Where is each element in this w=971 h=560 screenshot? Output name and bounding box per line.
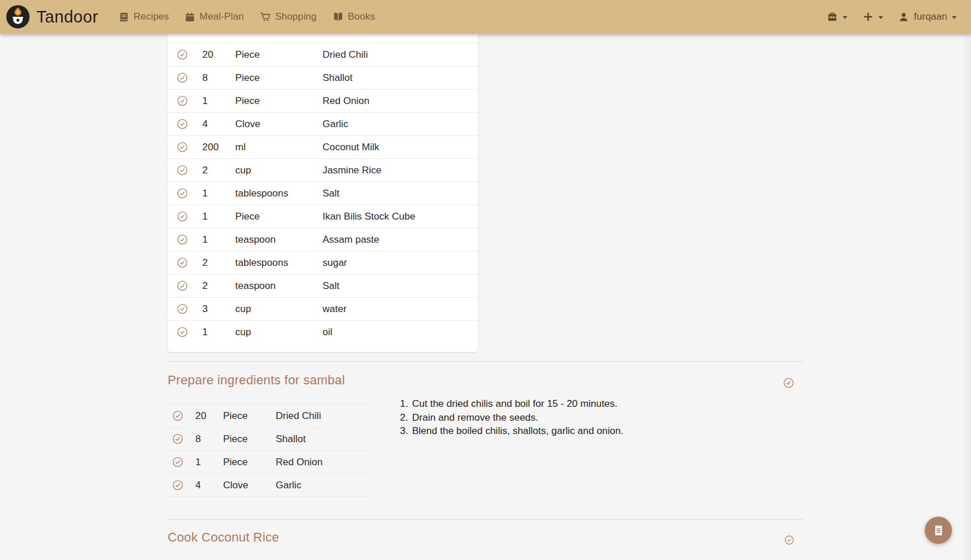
nav-item-label: Meal-Plan	[199, 11, 244, 23]
ingredient-unit: Clove	[235, 118, 323, 130]
calendar-icon	[185, 12, 195, 22]
ingredient-row[interactable]: 1 Piece Red Onion	[168, 450, 368, 473]
ingredient-food: Coconut Milk	[323, 142, 478, 153]
navbar: Tandoor Recipes	[0, 0, 971, 34]
ingredient-unit: Piece	[235, 211, 323, 222]
ingredient-check-circle-icon[interactable]	[172, 433, 195, 444]
ingredient-amount: 200	[202, 142, 235, 153]
ingredient-check-circle-icon[interactable]	[177, 257, 202, 268]
ingredient-row[interactable]: 1 tablespoons Salt	[168, 181, 478, 205]
ingredient-check-circle-icon[interactable]	[177, 95, 202, 106]
ingredient-unit: cup	[235, 327, 323, 338]
step-done-check-icon[interactable]	[783, 377, 794, 388]
ingredient-check-circle-icon[interactable]	[177, 142, 202, 153]
ingredient-amount: 4	[202, 118, 235, 130]
ingredient-row[interactable]: 8 Piece Shallot	[168, 66, 478, 89]
ingredient-row[interactable]: 1 Piece Ikan Bilis Stock Cube	[168, 205, 478, 228]
ingredient-food: Dried Chili	[323, 49, 478, 61]
section-divider	[168, 361, 803, 362]
nav-item-recipes[interactable]: Recipes	[112, 6, 176, 28]
ingredient-amount: 8	[202, 72, 235, 84]
ingredient-check-circle-icon[interactable]	[177, 49, 202, 60]
ingredient-row[interactable]: 1 teaspoon Assam paste	[168, 228, 478, 251]
instruction-step: Cut the dried chilis and boil for 15 - 2…	[411, 397, 624, 411]
chevron-down-icon	[952, 16, 957, 19]
ingredient-food: Jasmine Rice	[323, 165, 478, 176]
ingredient-unit: tablespoons	[235, 257, 323, 269]
instruction-step: Drain and remove the seeds.	[411, 411, 624, 425]
section-divider	[168, 519, 803, 520]
step-header-rice: Cook Coconut Rice	[168, 529, 803, 545]
ingredient-row[interactable]: 200 ml Coconut Milk	[168, 135, 478, 158]
ingredient-unit: teaspoon	[235, 280, 323, 292]
ingredient-check-circle-icon[interactable]	[177, 188, 202, 199]
cart-icon	[260, 12, 270, 22]
ingredient-row[interactable]: 1 cup oil	[168, 320, 478, 343]
chevron-down-icon	[843, 16, 847, 19]
nav-item-label: Shopping	[275, 11, 317, 23]
ingredient-amount: 1	[202, 327, 235, 338]
ingredient-row[interactable]: 4 Clove Garlic	[168, 473, 368, 496]
sambal-ingredients-table: 20 Piece Dried Chili 8 Piece Shallot 1 P…	[168, 404, 368, 497]
user-dropdown-toggle[interactable]: furqaan	[893, 8, 962, 26]
ingredient-amount: 3	[202, 303, 235, 315]
tools-dropdown-toggle[interactable]	[821, 8, 853, 26]
ingredient-food: Shallot	[276, 433, 368, 445]
ingredient-check-circle-icon[interactable]	[177, 303, 202, 314]
ingredient-row[interactable]: 2 cup Jasmine Rice	[168, 158, 478, 181]
ingredient-check-circle-icon[interactable]	[172, 410, 195, 421]
ingredient-row[interactable]: 2 teaspoon Salt	[168, 274, 478, 297]
ingredient-unit: teaspoon	[235, 234, 323, 246]
tandoor-logo-icon	[6, 5, 30, 29]
ingredient-row[interactable]: 1 Piece Red Onion	[168, 89, 478, 112]
step-done-check-icon[interactable]	[784, 535, 794, 545]
username: furqaan	[914, 11, 947, 23]
nav-item-shopping[interactable]: Shopping	[253, 6, 324, 28]
ingredient-unit: tablespoons	[235, 188, 323, 199]
book-icon	[119, 12, 129, 22]
ingredient-food: Shallot	[323, 72, 478, 84]
navbar-right: furqaan	[821, 8, 962, 26]
ingredient-unit: Piece	[223, 457, 276, 468]
ingredient-check-circle-icon[interactable]	[177, 234, 202, 245]
ingredient-check-circle-icon[interactable]	[177, 118, 202, 129]
ingredient-food: Garlic	[323, 118, 478, 130]
ingredient-check-circle-icon[interactable]	[177, 165, 202, 176]
ingredient-food: Red Onion	[323, 95, 478, 107]
ingredient-amount: 2	[202, 257, 235, 269]
ingredient-row[interactable]: 20 Piece Dried Chili	[168, 404, 368, 427]
step-title: Prepare ingredients for sambal	[168, 373, 345, 388]
ingredient-check-circle-icon[interactable]	[172, 457, 195, 468]
ingredient-row[interactable]: 3 cup water	[168, 297, 478, 320]
ingredient-amount: 4	[195, 480, 223, 491]
shopping-list-fab-button[interactable]	[925, 517, 952, 544]
open-book-icon	[333, 12, 343, 22]
ingredient-row[interactable]: 20 Piece Dried Chili	[168, 43, 478, 66]
ingredient-unit: Piece	[223, 433, 276, 445]
brand-name: Tandoor	[36, 8, 98, 27]
chevron-down-icon	[879, 16, 883, 19]
create-dropdown-toggle[interactable]	[857, 8, 888, 26]
nav-item-books[interactable]: Books	[326, 6, 382, 28]
ingredient-food: Dried Chili	[276, 410, 368, 422]
ingredient-check-circle-icon[interactable]	[177, 327, 202, 338]
ingredient-row[interactable]: 8 Piece Shallot	[168, 427, 368, 450]
nav-item-meal-plan[interactable]: Meal-Plan	[178, 6, 251, 28]
ingredient-amount: 2	[202, 165, 235, 176]
ingredient-check-circle-icon[interactable]	[177, 211, 202, 222]
user-icon	[898, 12, 909, 23]
ingredient-check-circle-icon[interactable]	[177, 72, 202, 83]
nav-item-label: Books	[348, 11, 375, 23]
ingredient-check-circle-icon[interactable]	[172, 480, 195, 491]
step-title: Cook Coconut Rice	[168, 530, 279, 545]
instruction-step: Blend the boiled chilis, shallots, garli…	[411, 424, 624, 438]
scrollbar-track[interactable]	[962, 34, 971, 560]
instruction-list: Cut the dried chilis and boil for 15 - 2…	[399, 397, 624, 438]
brand-link[interactable]: Tandoor	[6, 5, 98, 29]
ingredient-check-circle-icon[interactable]	[177, 280, 202, 291]
ingredient-row[interactable]: 4 Clove Garlic	[168, 112, 478, 135]
ingredient-unit: Clove	[223, 480, 276, 491]
ingredient-food: Assam paste	[323, 234, 478, 246]
ingredient-row[interactable]: 2 tablespoons sugar	[168, 251, 478, 274]
ingredient-amount: 1	[202, 211, 235, 222]
